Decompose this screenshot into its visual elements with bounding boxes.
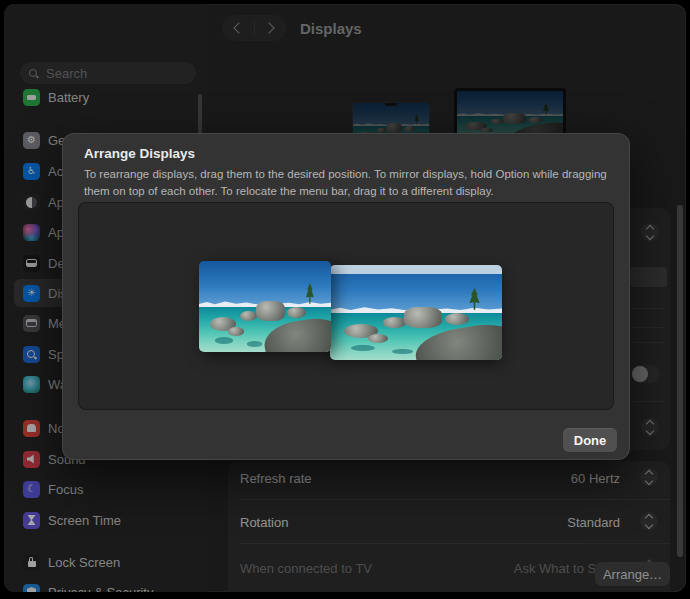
tahoe-wallpaper [330,265,502,360]
dialog-description: To rearrange displays, drag them to the … [84,166,610,201]
menu-bar-strip[interactable] [330,265,502,274]
system-settings-window: Battery ⚙ General ♿ Accessibility Appear… [4,4,686,592]
dialog-title: Arrange Displays [84,146,195,161]
arrangement-canvas [78,202,614,410]
done-button[interactable]: Done [563,428,617,452]
arrange-displays-dialog: Arrange Displays To rearrange displays, … [62,133,630,460]
draggable-display-right[interactable] [330,265,502,360]
draggable-display-left[interactable] [199,261,331,352]
screen: Battery ⚙ General ♿ Accessibility Appear… [0,0,690,599]
tahoe-wallpaper [199,261,331,352]
